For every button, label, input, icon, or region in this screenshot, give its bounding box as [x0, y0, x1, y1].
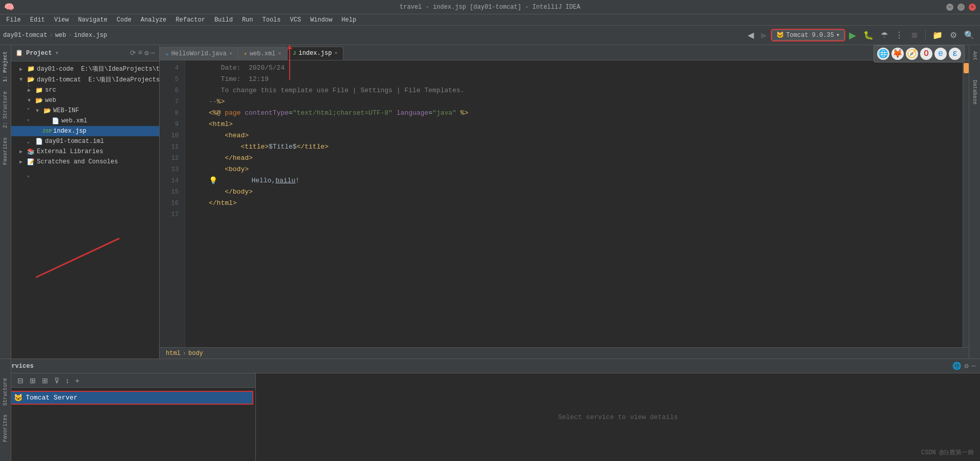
right-tab-database[interactable]: Database [970, 76, 979, 109]
tree-item-scratches[interactable]: ▶ 📝 Scratches and Consoles [11, 157, 159, 167]
menu-window[interactable]: Window [306, 15, 336, 25]
menu-build[interactable]: Build [210, 15, 237, 25]
jsp-tab-icon: J [293, 50, 296, 56]
code-line-17[interactable] [193, 209, 963, 220]
code-line-6[interactable]: To change this template use File | Setti… [193, 85, 963, 96]
tomcat-server-item[interactable]: ▶ 🐱 Tomcat Server [2, 391, 253, 405]
breadcrumb-part2[interactable]: web [55, 32, 67, 39]
code-line-5[interactable]: Time: 12:19 [193, 74, 963, 85]
breadcrumb-part1[interactable]: day01-tomcat [3, 32, 47, 39]
menu-refactor[interactable]: Refactor [171, 15, 209, 25]
settings-icon[interactable]: ⚙ [144, 49, 148, 57]
menu-bar: File Edit View Navigate Code Analyze Ref… [0, 14, 980, 26]
code-line-10[interactable]: <head> [193, 130, 963, 141]
code-text: <head> [225, 130, 249, 141]
tab-indexjsp[interactable]: J index.jsp × [287, 47, 343, 60]
menu-tools[interactable]: Tools [258, 15, 285, 25]
project-structure-button[interactable]: 📁 [930, 29, 945, 41]
tab-close-icon[interactable]: × [229, 51, 233, 57]
filter-button[interactable]: ⊽ [52, 375, 61, 386]
tab-webxml[interactable]: ✦ web.xml × [238, 47, 287, 60]
code-line-4[interactable]: Date: 2020/5/24 [193, 62, 963, 74]
scroll-indicator[interactable] [963, 60, 969, 347]
forward-button[interactable]: ▶ [758, 29, 770, 41]
move-button[interactable]: ↕ [63, 375, 71, 386]
services-settings-icon[interactable]: ⚙ [964, 362, 968, 370]
ie-icon[interactable]: e [934, 48, 947, 60]
run-button[interactable]: ▶ [846, 28, 859, 43]
menu-help[interactable]: Help [337, 15, 360, 25]
back-button[interactable]: ◀ [745, 29, 756, 41]
add-service-icon[interactable]: 🌐 [952, 362, 961, 370]
services-hide-icon[interactable]: — [972, 362, 976, 370]
add-service-toolbar-button[interactable]: + [73, 375, 81, 386]
tree-item-indexjsp[interactable]: JSP index.jsp [11, 126, 159, 136]
coverage-button[interactable]: ☂ [878, 29, 890, 41]
services-tree: ▶ 🐱 Tomcat Server [0, 388, 255, 461]
sidebar-tab-project[interactable]: 1: Project [1, 47, 10, 86]
opera-icon[interactable]: O [920, 48, 932, 60]
folder-icon: 📁 [27, 65, 35, 73]
favorites-tab-bottom[interactable]: Favorites [3, 414, 8, 442]
more-run-options[interactable]: ⋮ [892, 29, 906, 41]
code-line-12[interactable]: </head> [193, 153, 963, 164]
right-tab-ant[interactable]: Ant [970, 47, 979, 65]
menu-view[interactable]: View [50, 15, 73, 25]
minimize-button[interactable]: — [946, 4, 953, 11]
tree-item-external-libs[interactable]: ▶ 📚 External Libraries [11, 146, 159, 157]
menu-code[interactable]: Code [113, 15, 136, 25]
group-services-button[interactable]: ⊞ [40, 375, 50, 386]
tree-item-webxml[interactable]: 📄 web.xml [11, 116, 159, 126]
edge-icon[interactable]: ε [949, 48, 961, 60]
code-line-11[interactable]: <title>$Title$</title> [193, 141, 963, 153]
menu-file[interactable]: File [2, 15, 25, 25]
collapse-all-button[interactable]: ⊟ [15, 375, 26, 386]
breadcrumb-body[interactable]: body [188, 350, 203, 357]
stop-button[interactable]: ⏹ [908, 29, 921, 41]
tab-helloworld[interactable]: ☕ HelloWorld.java × [160, 47, 238, 60]
menu-navigate[interactable]: Navigate [74, 15, 112, 25]
code-line-15[interactable]: </body> [193, 186, 963, 198]
debug-button[interactable]: 🐛 [861, 29, 876, 41]
sidebar-tab-favorites[interactable]: Favorites [1, 133, 10, 169]
code-content[interactable]: └ ▾ ▾ ▾ ▾ ▾ Date: 2020/5/24 Time: [185, 60, 963, 347]
menu-analyze[interactable]: Analyze [137, 15, 170, 25]
settings-button[interactable]: ⚙ [947, 29, 960, 41]
menu-run[interactable]: Run [238, 15, 257, 25]
close-button[interactable]: ✕ [969, 4, 976, 11]
project-dropdown-icon[interactable]: ▾ [55, 49, 58, 57]
tree-item-day01-code[interactable]: ▶ 📁 day01-code E:\项目\IdeaProjects\trav..… [11, 64, 159, 74]
structure-tab[interactable]: Structure [3, 378, 8, 406]
breadcrumb-part3[interactable]: index.jsp [74, 32, 107, 39]
safari-icon[interactable]: 🧭 [906, 48, 918, 60]
expand-all-button[interactable]: ⊞ [28, 375, 38, 386]
code-line-7[interactable]: --%> [193, 96, 963, 108]
code-line-8[interactable]: <%@ page contentType="text/html;charset=… [193, 108, 963, 119]
tree-item-day01-tomcat[interactable]: ▼ 📂 day01-tomcat E:\项目\IdeaProjects\tr..… [11, 74, 159, 85]
tree-item-web[interactable]: ▼ 📂 web [11, 95, 159, 106]
tree-item-src[interactable]: ▶ 📁 src [11, 85, 159, 95]
tab-close-icon[interactable]: × [278, 51, 281, 57]
chrome-icon[interactable]: 🌐 [877, 48, 889, 60]
breadcrumb-html[interactable]: html [166, 350, 181, 357]
line-num-14: 14 [160, 175, 181, 186]
right-sidebar: Ant Database [969, 45, 980, 359]
sidebar-tab-structure[interactable]: 2: Structure [1, 87, 10, 132]
code-line-9[interactable]: <html> [193, 119, 963, 130]
project-panel-title: 📋 Project ▾ [15, 49, 59, 57]
search-everywhere-button[interactable]: 🔍 [962, 29, 977, 41]
sync-icon[interactable]: ⟳ [130, 49, 136, 57]
maximize-button[interactable]: □ [957, 4, 965, 11]
tree-item-iml[interactable]: 📄 day01-tomcat.iml [11, 136, 159, 146]
menu-vcs[interactable]: VCS [286, 15, 306, 25]
firefox-icon[interactable]: 🦊 [891, 48, 904, 60]
minimize-panel-icon[interactable]: — [151, 49, 155, 57]
sort-icon[interactable]: ≡ [138, 49, 142, 57]
menu-edit[interactable]: Edit [26, 15, 49, 25]
code-line-13[interactable]: <body> [193, 164, 963, 175]
tree-item-webinf[interactable]: ▼ 📂 WEB-INF [11, 106, 159, 116]
tab-close-icon[interactable]: × [334, 50, 338, 56]
run-config-selector[interactable]: 🐱 Tomcat 9.0.35 ▾ [772, 30, 844, 40]
code-line-14[interactable]: 💡 Hello,bailu! [193, 175, 963, 186]
code-line-16[interactable]: </html> [193, 198, 963, 209]
